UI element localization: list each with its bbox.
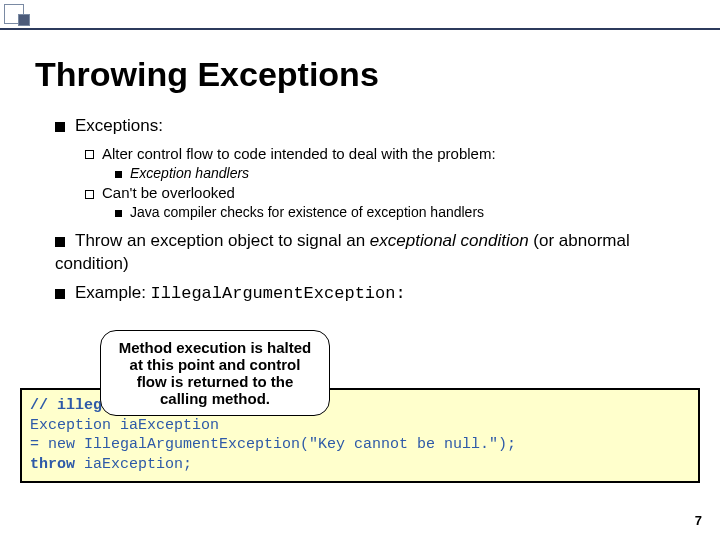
page-number: 7 bbox=[695, 513, 702, 528]
slide-title: Throwing Exceptions bbox=[35, 55, 379, 94]
code-inline: IllegalArgumentException: bbox=[151, 284, 406, 303]
text: Exceptions: bbox=[75, 116, 163, 135]
code-line-3: = new IllegalArgumentException("Key cann… bbox=[30, 435, 690, 455]
bullet-cant-overlook: Can't be overlooked bbox=[85, 183, 685, 203]
code-line-2: Exception iaException bbox=[30, 416, 690, 436]
decor-square-filled bbox=[18, 14, 30, 26]
square-bullet-icon bbox=[55, 237, 65, 247]
slide-body: Exceptions: Alter control flow to code i… bbox=[55, 115, 685, 312]
bullet-example: Example: IllegalArgumentException: bbox=[55, 282, 685, 306]
small-square-icon bbox=[115, 171, 122, 178]
hollow-square-icon bbox=[85, 190, 94, 199]
text: Exception handlers bbox=[130, 165, 249, 181]
bullet-exceptions: Exceptions: bbox=[55, 115, 685, 138]
text: Example: bbox=[75, 283, 151, 302]
callout-text: Method execution is halted at this point… bbox=[119, 339, 312, 407]
text: Throw an exception object to signal an bbox=[75, 231, 370, 250]
small-square-icon bbox=[115, 210, 122, 217]
text-italic: exceptional condition bbox=[370, 231, 529, 250]
square-bullet-icon bbox=[55, 289, 65, 299]
decor-rule bbox=[0, 28, 720, 30]
square-bullet-icon bbox=[55, 122, 65, 132]
text: Alter control flow to code intended to d… bbox=[102, 145, 496, 162]
code-line-4: throw iaException; bbox=[30, 455, 690, 475]
slide-header bbox=[0, 0, 720, 32]
bullet-compiler-checks: Java compiler checks for existence of ex… bbox=[115, 203, 685, 222]
bullet-throw-object: Throw an exception object to signal an e… bbox=[55, 230, 685, 276]
callout-bubble: Method execution is halted at this point… bbox=[100, 330, 330, 416]
text: Can't be overlooked bbox=[102, 184, 235, 201]
hollow-square-icon bbox=[85, 150, 94, 159]
text: Java compiler checks for existence of ex… bbox=[130, 204, 484, 220]
bullet-exception-handlers: Exception handlers bbox=[115, 164, 685, 183]
bullet-alter-flow: Alter control flow to code intended to d… bbox=[85, 144, 685, 164]
